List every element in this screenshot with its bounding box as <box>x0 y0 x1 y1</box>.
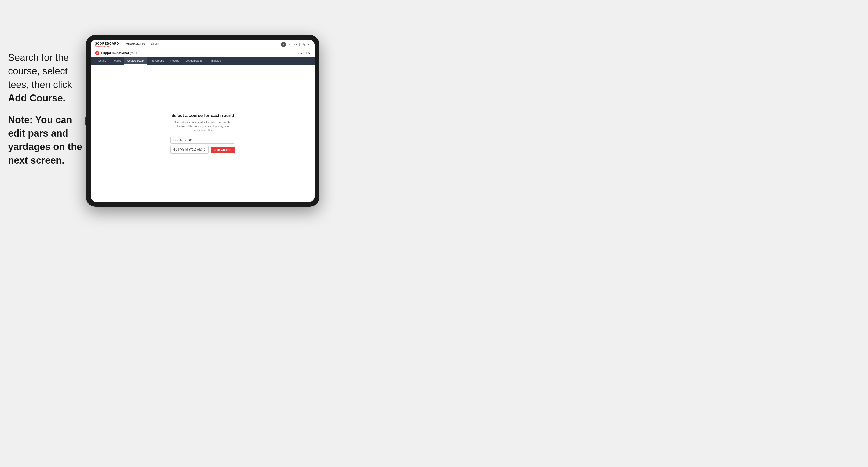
logo-subtitle: Powered by clippd <box>95 45 119 47</box>
tournament-subtitle: (Men) <box>130 52 137 55</box>
tournament-title: Clippd Invitational <box>101 51 129 55</box>
tee-arrow-up-icon: ▲ <box>204 148 206 150</box>
section-heading: Select a course for each round <box>171 113 234 118</box>
tournament-header: C Clippd Invitational (Men) Cancel ✕ <box>91 50 315 57</box>
user-area: R Test User | Sign out <box>281 42 310 47</box>
tablet-side-button <box>85 117 86 125</box>
annotation-text: Search for the course, select tees, then… <box>8 51 83 175</box>
tab-tee-groups[interactable]: Tee Groups <box>147 57 167 65</box>
tee-select-dropdown[interactable]: Gold (M) (M) (7010 yds) ▲ ▼ <box>170 146 209 154</box>
add-course-button[interactable]: Add Course <box>211 147 235 153</box>
tablet-device: SCOREBOARD Powered by clippd TOURNAMENTS… <box>86 35 319 207</box>
sign-out-link[interactable]: Sign out <box>302 43 310 46</box>
section-description: Search for a course and select a tee. Yo… <box>173 120 232 132</box>
user-label: Test User <box>287 43 298 46</box>
cancel-button[interactable]: Cancel ✕ <box>299 52 310 55</box>
logo-title: SCOREBOARD <box>95 42 119 45</box>
nav-separator: | <box>299 43 300 46</box>
tab-course-setup[interactable]: Course Setup <box>124 57 147 65</box>
tab-details[interactable]: Details <box>95 57 110 65</box>
tee-arrow-down-icon: ▼ <box>204 150 206 152</box>
tab-teams[interactable]: Teams <box>110 57 124 65</box>
tab-leaderboards[interactable]: Leaderboards <box>183 57 206 65</box>
logo-area: SCOREBOARD Powered by clippd <box>95 42 119 47</box>
nav-item-teams[interactable]: TEAMS <box>150 42 159 46</box>
main-content: Select a course for each round Search fo… <box>91 65 315 202</box>
tee-select-row: Gold (M) (M) (7010 yds) ▲ ▼ Add Course <box>170 146 235 154</box>
tab-bar: Details Teams Course Setup Tee Groups Re… <box>91 57 315 65</box>
user-avatar: R <box>281 42 286 47</box>
top-navbar: SCOREBOARD Powered by clippd TOURNAMENTS… <box>91 40 315 50</box>
tablet-screen: SCOREBOARD Powered by clippd TOURNAMENTS… <box>91 40 315 202</box>
tournament-logo: C <box>95 51 99 55</box>
tab-printables[interactable]: Printables <box>206 57 224 65</box>
course-search-input[interactable] <box>170 136 235 144</box>
tab-results[interactable]: Results <box>167 57 183 65</box>
nav-items: TOURNAMENTS TEAMS <box>124 42 281 46</box>
tee-select-value: Gold (M) (M) (7010 yds) <box>174 148 202 151</box>
nav-item-tournaments[interactable]: TOURNAMENTS <box>124 42 145 46</box>
tee-select-arrows: ▲ ▼ <box>204 148 206 152</box>
